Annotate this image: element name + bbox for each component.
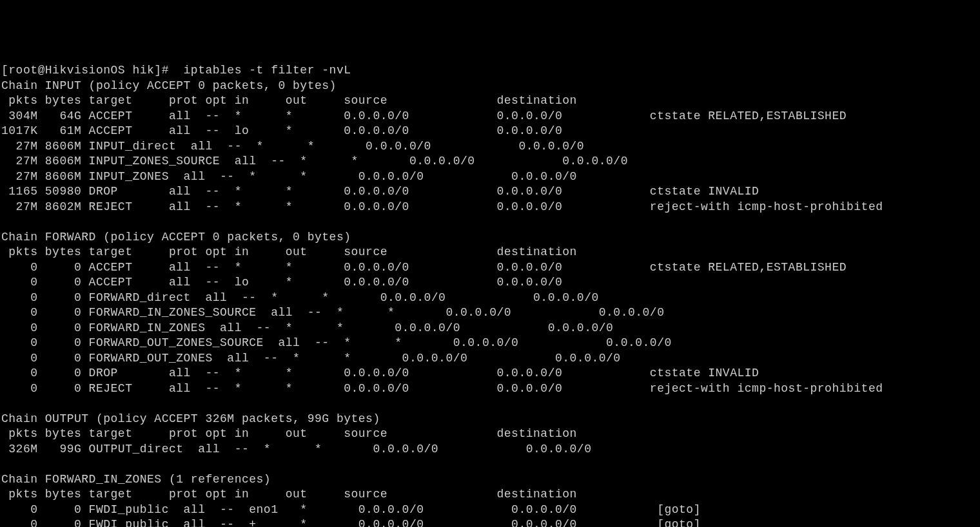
chain-header: Chain OUTPUT (policy ACCEPT 326M packets… — [1, 412, 380, 425]
rule-line: 326M 99G OUTPUT_direct all -- * * 0.0.0.… — [1, 443, 672, 455]
rule-line: 27M 8606M INPUT_direct all -- * * 0.0.0.… — [1, 140, 664, 153]
rule-line: 0 0 REJECT all -- * * 0.0.0.0/0 0.0.0.0/… — [1, 382, 883, 395]
rule-line: 27M 8602M REJECT all -- * * 0.0.0.0/0 0.… — [1, 200, 883, 213]
chain-header: Chain FORWARD_IN_ZONES (1 references) — [1, 473, 271, 486]
rule-line: 0 0 FORWARD_OUT_ZONES all -- * * 0.0.0.0… — [1, 352, 701, 365]
chain-header: Chain INPUT (policy ACCEPT 0 packets, 0 … — [1, 79, 337, 92]
rule-line: 0 0 ACCEPT all -- lo * 0.0.0.0/0 0.0.0.0… — [1, 276, 643, 289]
column-header: pkts bytes target prot opt in out source… — [1, 245, 643, 258]
rule-line: 1165 50980 DROP all -- * * 0.0.0.0/0 0.0… — [1, 185, 759, 198]
column-header: pkts bytes target prot opt in out source… — [1, 488, 643, 501]
rule-line: 0 0 ACCEPT all -- * * 0.0.0.0/0 0.0.0.0/… — [1, 261, 847, 274]
rule-line: 0 0 FORWARD_IN_ZONES_SOURCE all -- * * 0… — [1, 306, 745, 319]
rule-line: 0 0 FORWARD_OUT_ZONES_SOURCE all -- * * … — [1, 336, 752, 349]
terminal-output[interactable]: [root@HikvisionOS hik]# iptables -t filt… — [0, 61, 980, 527]
shell-prompt-line: [root@HikvisionOS hik]# iptables -t filt… — [1, 64, 351, 77]
rule-line: 0 0 FWDI_public all -- + * 0.0.0.0/0 0.0… — [1, 518, 708, 527]
rule-line: 0 0 DROP all -- * * 0.0.0.0/0 0.0.0.0/0 … — [1, 367, 759, 379]
column-header: pkts bytes target prot opt in out source… — [1, 427, 643, 440]
chain-header: Chain FORWARD (policy ACCEPT 0 packets, … — [1, 231, 351, 244]
rule-line: 27M 8606M INPUT_ZONES all -- * * 0.0.0.0… — [1, 170, 657, 183]
rule-line: 0 0 FORWARD_IN_ZONES all -- * * 0.0.0.0/… — [1, 321, 694, 334]
rule-line: 304M 64G ACCEPT all -- * * 0.0.0.0/0 0.0… — [1, 110, 847, 122]
column-header: pkts bytes target prot opt in out source… — [1, 94, 643, 107]
rule-line: 0 0 FORWARD_direct all -- * * 0.0.0.0/0 … — [1, 291, 679, 304]
rule-line: 27M 8606M INPUT_ZONES_SOURCE all -- * * … — [1, 155, 708, 168]
rule-line: 0 0 FWDI_public all -- eno1 * 0.0.0.0/0 … — [1, 503, 708, 516]
rule-line: 1017K 61M ACCEPT all -- lo * 0.0.0.0/0 0… — [1, 124, 643, 137]
